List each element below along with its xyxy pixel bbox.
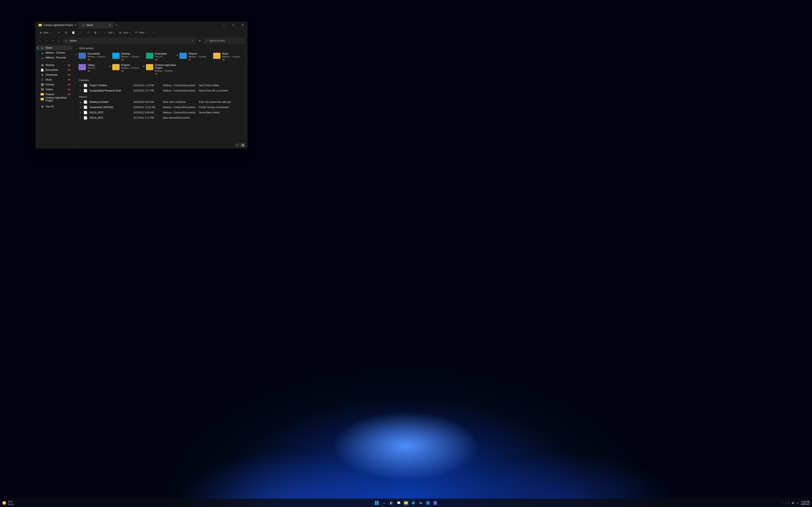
cloud-icon <box>41 56 44 59</box>
new-button[interactable]: ⊕ New ▾ <box>37 30 52 36</box>
more-button[interactable]: ⋯ <box>151 30 158 36</box>
taskbar-outlook-button[interactable]: O <box>425 500 431 506</box>
nav-home[interactable]: Home <box>37 45 72 50</box>
volume-icon[interactable]: 🔊 <box>792 502 795 504</box>
taskbar-edge-button[interactable] <box>410 500 416 506</box>
sync-status-icon: ✔ <box>78 117 83 119</box>
taskbar-taskview-button[interactable]: ◧ <box>389 500 394 506</box>
quick-access-item[interactable]: Videos This PC 📌 <box>78 63 110 76</box>
close-tab-icon[interactable]: ✕ <box>74 24 77 26</box>
weather-desc: Sunny <box>8 503 14 505</box>
quick-access-item[interactable]: Music Melissa - Contoso 📌 <box>213 52 244 62</box>
breadcrumb[interactable]: Home <box>70 39 76 42</box>
new-tab-button[interactable]: ＋ <box>113 22 120 29</box>
taskbar-clock[interactable]: 2:30 PM 4/5/2022 <box>801 501 810 505</box>
copy-button[interactable]: ⧉ <box>63 30 69 36</box>
nav-pinned-item[interactable]: ⬇Downloads📌 <box>37 72 72 77</box>
details-view-button[interactable]: ≡ <box>235 143 240 147</box>
address-bar[interactable]: › Home ▾ <box>63 38 196 44</box>
minimize-button[interactable]: ― <box>219 22 229 29</box>
sync-status-icon: ☁ <box>109 65 111 67</box>
maximize-button[interactable]: ▢ <box>229 22 238 29</box>
close-window-button[interactable]: ✕ <box>238 22 247 29</box>
tray-overflow-icon[interactable]: ˄ <box>781 502 782 504</box>
tab-home[interactable]: Home ✕ <box>79 22 113 29</box>
sync-status-icon: ☁ <box>143 65 145 67</box>
nav-pinned-item[interactable]: 🎞Videos📌 <box>37 87 72 92</box>
section-quick-access[interactable]: ⌄ Quick access <box>76 46 244 51</box>
nav-label: Pictures <box>46 83 54 86</box>
quick-access-item[interactable]: ✔ Documents Melissa - Contoso 📌 <box>78 52 110 62</box>
quick-access-item[interactable]: ☁ Pictures Melissa - Contoso 📌 <box>179 52 211 62</box>
content-pane: ⌄ Quick access ✔ Documents Melissa - Con… <box>73 45 247 148</box>
quick-access-item[interactable]: ☁ Contoso Agriculture Project Melissa - … <box>146 63 177 76</box>
nav-forward-button[interactable]: → <box>44 38 49 43</box>
share-button[interactable]: ↗ <box>85 30 91 36</box>
section-favorites[interactable]: ⌄ Favorites <box>76 78 244 83</box>
view-label: View <box>123 31 128 34</box>
paste-button[interactable]: 📋 <box>70 30 77 36</box>
nav-pinned-item[interactable]: 🖼Pictures📌 <box>37 82 72 87</box>
nav-this-pc[interactable]: › This PC <box>37 104 72 109</box>
nav-pinned-item[interactable]: 📄Documents📌 <box>37 67 72 72</box>
file-row[interactable]: ✔Project Timeline2/14/2022 1:14 PMMeliss… <box>76 83 244 88</box>
nav-onedrive-contoso[interactable]: › Melissa - Contoso <box>37 50 72 55</box>
quick-access-item[interactable]: ☁ Projects Melissa - Contoso 📌 <box>112 63 144 76</box>
sort-button[interactable]: ↕ Sort ▾ <box>102 30 116 36</box>
chevron-down-icon: ⌄ <box>76 96 78 98</box>
taskbar-store-button[interactable]: 🛍 <box>418 500 423 506</box>
folder-icon <box>213 53 220 59</box>
expand-icon[interactable]: › <box>37 52 40 54</box>
nav-label: Contoso Agriculture Project <box>46 96 70 102</box>
nav-recent-button[interactable]: ▾ <box>50 38 56 43</box>
wifi-icon[interactable]: ⋮⋮ <box>784 502 790 504</box>
file-row[interactable]: ✔Screenshot 294781323/28/2022 11:23 AMMe… <box>76 105 244 110</box>
refresh-button[interactable]: ⟳ <box>197 38 203 44</box>
chevron-down-icon: ▾ <box>146 32 146 34</box>
pin-icon: 📌 <box>67 92 71 96</box>
expand-icon[interactable]: › <box>37 57 40 59</box>
taskbar-search-button[interactable]: ⌕ <box>381 500 387 506</box>
cut-button[interactable]: ✂ <box>55 30 62 36</box>
address-dropdown-icon[interactable]: ▾ <box>190 40 195 42</box>
tab-contoso[interactable]: Contoso Agriculture Project ✕ <box>36 22 79 29</box>
battery-icon[interactable]: ▭ <box>797 502 799 504</box>
file-icon <box>84 84 87 87</box>
file-row[interactable]: ✔DSCN_00733/25/2022 9:36 AMMelissa - Con… <box>76 110 244 115</box>
sync-status-icon: ✔ <box>78 84 83 87</box>
section-recent[interactable]: ⌄ Recent <box>76 95 244 99</box>
taskbar-chat-button[interactable]: 💬 <box>396 500 402 506</box>
nav-pinned-item[interactable]: 🎵Music📌 <box>37 77 72 82</box>
quick-access-item[interactable]: Downloads This PC 📌 <box>146 52 177 62</box>
file-row[interactable]: ☁Meeting Assistant3/29/2022 9:50 AMElvin… <box>76 99 244 105</box>
file-row[interactable]: ✔DSCN_00723/17/2022 1:27 PMRick Hartnett… <box>76 115 244 120</box>
expand-icon[interactable]: › <box>37 106 40 108</box>
quick-access-item[interactable]: Desktop Melissa - Contoso 📌 <box>112 52 144 62</box>
nav-pinned-item[interactable]: Projects📌 <box>37 92 72 97</box>
nav-back-button[interactable]: ← <box>37 38 43 43</box>
nav-label: This PC <box>46 105 54 108</box>
pin-icon: 📌 <box>188 58 191 61</box>
file-explorer-window: Contoso Agriculture Project ✕ Home ✕ ＋ ―… <box>36 22 247 149</box>
taskbar-weather[interactable]: 71°F Sunny <box>0 501 14 505</box>
nav-label: Videos <box>46 88 53 91</box>
file-name: Project Timeline <box>90 84 132 87</box>
sun-icon <box>2 501 6 505</box>
nav-pinned-item[interactable]: 🖥Desktop📌 <box>37 63 72 67</box>
nav-pinned-item[interactable]: Contoso Agriculture Project <box>37 97 72 102</box>
filter-button[interactable]: ⧩ Filter ▾ <box>133 30 148 36</box>
system-tray: ˄ ⋮⋮ 🔊 ▭ 2:30 PM 4/5/2022 <box>781 501 812 505</box>
delete-button[interactable]: 🗑 <box>92 30 98 36</box>
rename-button[interactable]: ⬚ <box>78 30 84 36</box>
start-button[interactable] <box>374 500 379 506</box>
search-input[interactable]: ⌕ Search all files <box>204 38 246 44</box>
taskbar: 71°F Sunny ⌕ ◧ 💬 🛍 O T ˄ ⋮⋮ 🔊 ▭ 2:30 PM … <box>0 499 812 507</box>
nav-up-button[interactable]: ↑ <box>57 38 62 43</box>
tiles-view-button[interactable]: ▦ <box>240 143 245 147</box>
nav-onedrive-personal[interactable]: › Melissa - Personal <box>37 55 72 60</box>
taskbar-explorer-button[interactable] <box>403 500 409 506</box>
file-row[interactable]: ✔Sustainability Research Draft3/28/2022 … <box>76 88 244 93</box>
taskbar-teams-button[interactable]: T <box>433 500 438 506</box>
view-button[interactable]: ≣ View ▾ <box>117 30 132 36</box>
close-tab-icon[interactable]: ✕ <box>109 24 111 26</box>
